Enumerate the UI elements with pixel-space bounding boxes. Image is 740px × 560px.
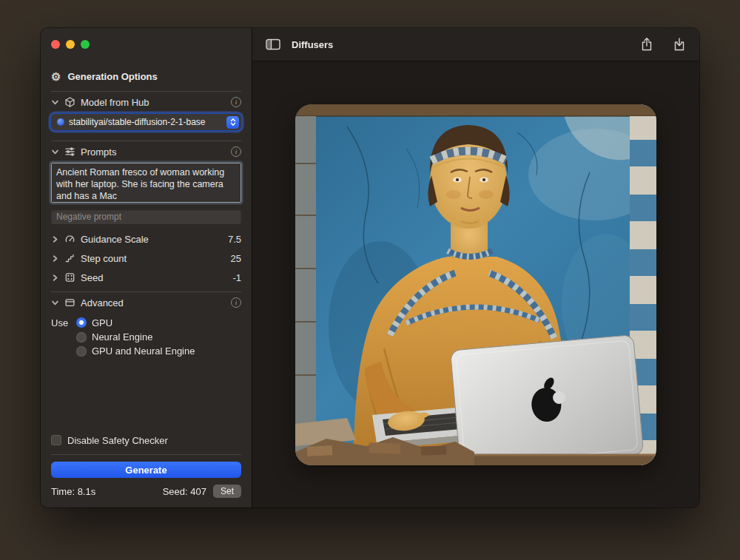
advanced-info-icon[interactable]: i	[231, 297, 241, 308]
advanced-label: Advanced	[81, 297, 226, 308]
status-bar: Time: 8.1s Seed: 407 Set	[51, 485, 241, 507]
generation-time: Time: 8.1s	[51, 486, 95, 497]
traffic-lights	[51, 28, 241, 49]
chevron-right-icon	[51, 254, 59, 263]
main-toolbar: Diffusers	[252, 28, 699, 61]
zoom-window-button[interactable]	[81, 40, 90, 49]
negative-prompt-input[interactable]	[51, 209, 241, 224]
advanced-row[interactable]: Advanced i	[51, 292, 241, 313]
safety-checker-row: Disable Safety Checker	[51, 433, 241, 448]
compute-unit-row-gpu-and-neural-engine: GPU and Neural Engine	[76, 344, 241, 358]
sidebar-toggle-icon[interactable]	[266, 38, 280, 50]
last-seed: Seed: 407	[163, 486, 206, 497]
chevron-right-icon	[51, 235, 59, 243]
param-row-guidance-scale[interactable]: Guidance Scale 7.5	[51, 229, 241, 249]
fresco-artwork	[295, 104, 656, 465]
share-icon[interactable]	[640, 37, 653, 52]
compute-unit-row-neural-engine: Neural Engine	[76, 330, 241, 344]
close-window-button[interactable]	[51, 40, 60, 49]
model-icon	[57, 118, 64, 126]
step-count-label: Step count	[81, 253, 226, 264]
popup-stepper-icon[interactable]	[226, 116, 239, 129]
param-row-step-count[interactable]: Step count 25	[51, 249, 241, 268]
gpu-option-label: GPU	[92, 317, 112, 328]
set-seed-button[interactable]: Set	[213, 485, 241, 498]
neural-engine-option-label: Neural Engine	[92, 331, 152, 343]
step-count-value: 25	[231, 253, 241, 264]
parameter-list: Guidance Scale 7.5 Step count 25 Seed	[51, 229, 241, 287]
save-image-icon[interactable]	[673, 37, 686, 52]
sliders-icon	[64, 146, 75, 157]
model-select[interactable]: stabilityai/stable-diffusion-2-1-base	[51, 114, 241, 130]
prompts-row[interactable]: Prompts i	[51, 141, 241, 162]
model-from-hub-row[interactable]: Model from Hub i	[51, 92, 241, 112]
chevron-down-icon	[51, 98, 59, 107]
spacer	[51, 358, 241, 433]
advanced-icon	[64, 297, 75, 308]
image-canvas	[252, 61, 699, 507]
window-title: Diffusers	[292, 39, 333, 50]
radio-neural-engine[interactable]	[76, 332, 87, 343]
minimize-window-button[interactable]	[66, 40, 75, 49]
guidance-scale-value: 7.5	[228, 234, 241, 245]
dice-icon	[64, 272, 75, 283]
model-cube-icon	[64, 97, 75, 107]
generate-button[interactable]: Generate	[51, 462, 241, 478]
radio-gpu[interactable]	[76, 317, 87, 328]
radio-gpu-and-neural-engine[interactable]	[76, 346, 87, 357]
gears-icon: ⚙	[51, 71, 61, 82]
disable-safety-checker-label: Disable Safety Checker	[67, 435, 168, 446]
compute-unit-row-gpu: Use GPU	[51, 315, 241, 330]
model-info-icon[interactable]: i	[231, 97, 241, 107]
chevron-right-icon	[51, 274, 59, 282]
sidebar: ⚙ Generation Options Model from Hub i st…	[41, 28, 252, 507]
seed-label: Seed	[81, 272, 227, 283]
generation-options-title: Generation Options	[67, 71, 157, 82]
use-label: Use	[51, 317, 71, 328]
guidance-scale-label: Guidance Scale	[81, 234, 223, 245]
chevron-down-icon	[51, 299, 59, 307]
prompt-input[interactable]: Ancient Roman fresco of woman working wi…	[51, 163, 241, 203]
disable-safety-checker-checkbox[interactable]	[51, 435, 61, 445]
steps-icon	[64, 253, 75, 263]
gpu-and-neural-engine-option-label: GPU and Neural Engine	[92, 345, 195, 357]
divider	[51, 454, 241, 455]
model-selected-value: stabilityai/stable-diffusion-2-1-base	[69, 117, 226, 127]
seed-value: -1	[232, 272, 241, 283]
prompts-info-icon[interactable]: i	[231, 146, 241, 157]
generated-image[interactable]	[295, 104, 656, 465]
model-from-hub-label: Model from Hub	[81, 97, 226, 108]
gauge-icon	[64, 234, 75, 244]
param-row-seed[interactable]: Seed -1	[51, 268, 241, 287]
chevron-down-icon	[51, 148, 59, 156]
generation-options-header: ⚙ Generation Options	[51, 71, 241, 82]
app-window: ⚙ Generation Options Model from Hub i st…	[41, 28, 699, 507]
prompts-label: Prompts	[81, 146, 226, 158]
main-area: Diffusers	[252, 28, 699, 507]
